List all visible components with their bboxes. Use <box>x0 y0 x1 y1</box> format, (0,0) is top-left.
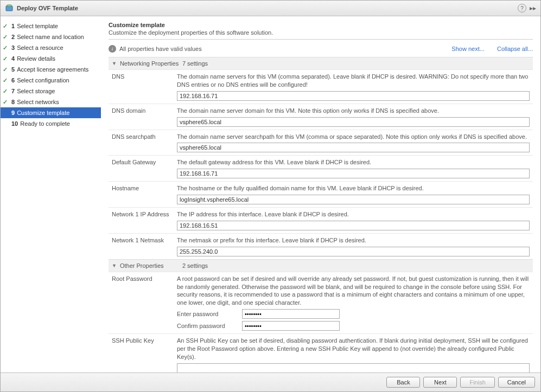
ovf-icon <box>5 4 14 12</box>
check-icon: ✓ <box>3 34 8 41</box>
dns-searchpath-input[interactable] <box>177 143 530 152</box>
step-accept-license[interactable]: ✓5Accept license agreements <box>1 64 101 75</box>
netmask-input[interactable] <box>177 247 530 256</box>
chevron-down-icon[interactable]: ▼ <box>112 263 117 268</box>
svg-rect-1 <box>7 5 11 7</box>
section-other: ▼ Other Properties 2 settings <box>109 259 533 272</box>
prop-dns-searchpath: DNS searchpath The domain name server se… <box>109 130 533 156</box>
step-review-details[interactable]: ✓4Review details <box>1 53 101 64</box>
content-header: Customize template Customize the deploym… <box>109 22 533 40</box>
step-select-config[interactable]: ✓6Select configuration <box>1 75 101 86</box>
step-ready-complete[interactable]: 10Ready to complete <box>1 118 101 129</box>
step-select-storage[interactable]: ✓7Select storage <box>1 86 101 97</box>
section-networking: ▼ Networking Properties 7 settings <box>109 57 533 69</box>
step-select-networks[interactable]: ✓8Select networks <box>1 97 101 107</box>
prop-hostname: Hostname The hostname or the fully quali… <box>109 181 533 207</box>
wizard-window: Deploy OVF Template ? ▸▸ ✓1Select templa… <box>0 0 541 392</box>
check-icon: ✓ <box>3 44 8 52</box>
page-subtitle: Customize the deployment properties of t… <box>109 29 533 36</box>
root-password-confirm-input[interactable] <box>242 321 340 331</box>
chevron-down-icon[interactable]: ▼ <box>112 61 117 66</box>
finish-button: Finish <box>460 377 494 388</box>
step-select-template[interactable]: ✓1Select template <box>1 21 101 31</box>
content-area: Customize template Customize the deploym… <box>101 16 540 372</box>
ssh-key-input[interactable] <box>177 363 530 372</box>
dns-input[interactable] <box>177 91 530 101</box>
prop-dns: DNS The domain name servers for this VM … <box>109 69 533 104</box>
show-next-link[interactable]: Show next... <box>451 46 485 52</box>
validation-status: i All properties have valid values Show … <box>109 45 533 53</box>
check-icon: ✓ <box>3 55 8 62</box>
prop-ssh-key: SSH Public Key An SSH Public Key can be … <box>109 333 533 372</box>
expand-icon[interactable]: ▸▸ <box>530 4 536 12</box>
root-password-input[interactable] <box>242 309 340 319</box>
step-select-resource[interactable]: ✓3Select a resource <box>1 42 101 53</box>
check-icon: ✓ <box>3 77 8 84</box>
hostname-input[interactable] <box>177 195 530 204</box>
prop-dns-domain: DNS domain The domain name server domain… <box>109 104 533 130</box>
prop-root-password: Root Password A root password can be set… <box>109 272 533 333</box>
check-icon: ✓ <box>3 88 8 95</box>
wizard-body: ✓1Select template ✓2Select name and loca… <box>1 16 540 372</box>
footer: Back Next Finish Cancel <box>1 372 540 391</box>
prop-ip: Network 1 IP Address The IP address for … <box>109 207 533 233</box>
page-title: Customize template <box>109 22 533 28</box>
cancel-button[interactable]: Cancel <box>498 377 535 388</box>
step-select-name[interactable]: ✓2Select name and location <box>1 31 101 42</box>
step-customize-template[interactable]: 9Customize template <box>1 107 101 118</box>
info-icon: i <box>109 45 116 53</box>
window-title: Deploy OVF Template <box>17 5 518 11</box>
check-icon: ✓ <box>3 99 8 106</box>
gateway-input[interactable] <box>177 169 530 178</box>
check-icon: ✓ <box>3 66 8 73</box>
help-icon[interactable]: ? <box>518 4 526 12</box>
prop-gateway: Default Gateway The default gateway addr… <box>109 155 533 181</box>
ip-input[interactable] <box>177 221 530 230</box>
titlebar: Deploy OVF Template ? ▸▸ <box>1 1 540 16</box>
wizard-steps: ✓1Select template ✓2Select name and loca… <box>1 16 101 372</box>
prop-netmask: Network 1 Netmask The netmask or prefix … <box>109 233 533 259</box>
next-button[interactable]: Next <box>423 377 457 388</box>
back-button[interactable]: Back <box>386 377 420 388</box>
collapse-all-link[interactable]: Collapse all... <box>497 46 533 52</box>
check-icon: ✓ <box>3 23 8 30</box>
dns-domain-input[interactable] <box>177 117 530 127</box>
